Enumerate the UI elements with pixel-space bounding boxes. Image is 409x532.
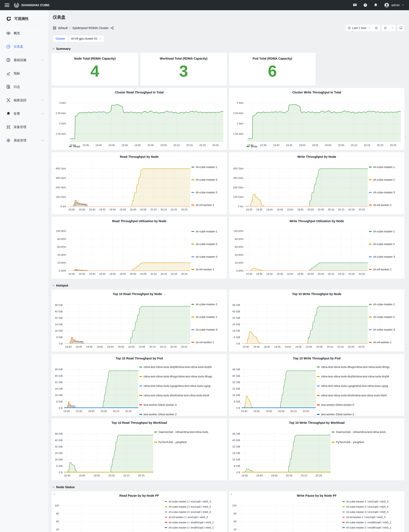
legend-item[interactable]: sh-inf-worker-1 / ens1np0 / mlx5_0 bbox=[342, 516, 385, 519]
legend-item[interactable]: sh-cube-master-3 bbox=[369, 328, 395, 331]
legend-item[interactable]: rdma-test-rdma-tools-cgxqj/rdma-test-rdm… bbox=[317, 384, 388, 388]
sidebar-item-7[interactable]: 告警 bbox=[0, 107, 48, 120]
legend-item[interactable]: test-worker-0/test-worker-0 bbox=[317, 403, 354, 407]
share-icon[interactable] bbox=[110, 26, 114, 30]
legend-item[interactable]: sh-inf-worker-1 bbox=[191, 203, 214, 207]
section-header-hotspot[interactable]: Hotspot bbox=[52, 284, 405, 287]
legend-item[interactable]: sh-inf-worker-1 bbox=[191, 268, 214, 271]
legend-item[interactable]: sh-cube-master-3 bbox=[191, 255, 217, 258]
sidebar-item-9[interactable]: 系统管理 bbox=[0, 134, 48, 147]
menu-hamburger-icon[interactable] bbox=[5, 3, 9, 7]
legend-item[interactable]: sh-cube-master-2 bbox=[369, 315, 395, 319]
legend: DaemonSet - rdma/rdma-test-rdma-toolsPyT… bbox=[332, 426, 402, 480]
legend-item[interactable]: rdma-test-rdma-tools-cgxqj/rdma-test-rdm… bbox=[139, 384, 210, 388]
sidebar-item-2[interactable]: 仪表盘 bbox=[0, 40, 48, 53]
legend-item[interactable]: sh-inf-worker-1 bbox=[369, 341, 391, 344]
time-range-picker[interactable]: Last 1 hour bbox=[345, 25, 380, 31]
legend-swatch bbox=[369, 269, 372, 270]
panel-info-icon[interactable]: i bbox=[54, 493, 55, 496]
legend-item[interactable]: PyTorchJob - yang/test bbox=[332, 440, 364, 444]
x-axis-tick-label: 19:45 bbox=[109, 144, 115, 147]
sidebar-item-4[interactable]: 指标 bbox=[0, 67, 48, 80]
legend-item[interactable]: rdma-test-rdma-tools-6rq56/rdma-test-rdm… bbox=[317, 375, 389, 378]
legend-item[interactable]: test-worker-2/test-worker-2 bbox=[317, 413, 354, 416]
legend-item[interactable]: sh-cube-master-2 / ens841np0 / mlx5_1 bbox=[342, 526, 391, 529]
legend-label: sh-inf-worker-1 bbox=[196, 268, 214, 271]
legend-item[interactable]: rdma-test-rdma-tools-8hvgc/rdma-test-rdm… bbox=[317, 365, 390, 369]
legend-item[interactable]: rdma-test-rdma-tools-kfzt4/rdma-test-rdm… bbox=[317, 394, 387, 397]
legend-item[interactable]: sh-inf-worker-1 bbox=[369, 203, 391, 207]
x-axis-tick-label: 19:30 bbox=[68, 208, 75, 211]
legend-item[interactable]: Write bbox=[246, 145, 257, 148]
legend-item[interactable]: sh-inf-worker-1 bbox=[369, 268, 391, 271]
panel-body: 0.00%20.00%40.00%60.00%80.00%100.00%19:3… bbox=[229, 224, 404, 279]
legend-item[interactable]: Read bbox=[69, 145, 80, 148]
help-icon[interactable]: ? bbox=[363, 3, 367, 7]
x-axis-tick-label: 20:05 bbox=[318, 208, 324, 211]
sidebar-item-6[interactable]: 链路追踪 bbox=[0, 94, 48, 107]
legend: rdma-test-rdma-tools-6rq56/rdma-test-rdm… bbox=[139, 361, 224, 416]
legend-item[interactable]: test-worker-0/test-worker-0 bbox=[139, 403, 177, 407]
legend-item[interactable]: rdma-test-rdma-tools-6rq56/rdma-test-rdm… bbox=[139, 365, 212, 369]
legend-item[interactable]: sh-cube-master-1 bbox=[369, 165, 395, 169]
legend-item[interactable]: sh-cube-master-1 / ens1np0 / mlx5_0 bbox=[342, 500, 389, 503]
legend-item[interactable]: sh-cube-master-3 bbox=[191, 328, 217, 331]
sidebar-item-3[interactable]: 基础设施 bbox=[0, 53, 48, 67]
legend-item[interactable]: rdma-test-rdma-tools-kfzt4/rdma-test-rdm… bbox=[139, 394, 209, 397]
sidebar-item-1[interactable]: 概览 bbox=[0, 27, 48, 40]
panel-info-icon[interactable]: i bbox=[231, 493, 232, 496]
section-header-summary[interactable]: Summary bbox=[52, 47, 405, 50]
legend-swatch bbox=[191, 179, 194, 180]
legend-item[interactable]: sh-cube-master-2 bbox=[369, 178, 395, 181]
legend-item[interactable]: sh-cube-master-2 bbox=[191, 178, 217, 181]
breadcrumb-dashboard-name[interactable]: Spiderpool RDMA Cluster bbox=[72, 26, 109, 30]
legend-item[interactable]: sh-cube-master-3 bbox=[191, 191, 217, 194]
x-axis-tick-label: 20:15 bbox=[338, 208, 345, 211]
legend-item[interactable]: sh-cube-master-1 / ens841np0 / mlx5_1 bbox=[165, 521, 214, 524]
cluster-select[interactable]: sh-inf-gpu-cluster-01 bbox=[69, 35, 104, 42]
legend-item[interactable]: DaemonSet - rdma/rdma-test-rdma-tools bbox=[154, 430, 208, 434]
zoom-out-icon[interactable] bbox=[375, 26, 378, 29]
legend-item[interactable]: sh-cube-master-3 / ens1np0 / mlx5_0 bbox=[165, 511, 211, 513]
sidebar: 可观测性 概览仪表盘基础设施指标日志链路追踪告警采集管理系统管理 bbox=[0, 10, 48, 532]
legend-item[interactable]: sh-cube-master-2 bbox=[191, 303, 217, 306]
legend-item[interactable]: sh-inf-worker-1 bbox=[191, 341, 214, 344]
legend-item[interactable]: sh-cube-master-1 / ens1np0 / mlx5_0 bbox=[165, 500, 211, 503]
time-range-label: Last 1 hour bbox=[352, 26, 367, 30]
legend-item[interactable]: sh-cube-master-1 bbox=[191, 230, 217, 233]
feedback-icon[interactable] bbox=[353, 3, 357, 7]
panel-title-chevron-icon[interactable] bbox=[163, 293, 166, 295]
legend: sh-cube-master-1 / ens1np0 / mlx5_0sh-cu… bbox=[165, 498, 224, 532]
sidebar-collect-icon bbox=[6, 125, 11, 129]
legend-item[interactable]: rdma-test-rdma-tools-8hvgc/rdma-test-rdm… bbox=[139, 375, 212, 378]
legend-item[interactable]: sh-inf-worker-1 / ens1np0 / mlx5_0 bbox=[165, 516, 208, 519]
legend-item[interactable]: sh-cube-master-1 bbox=[191, 165, 217, 169]
legend-item[interactable]: PyTorchJob - yang/test bbox=[154, 440, 187, 444]
sidebar-item-8[interactable]: 采集管理 bbox=[0, 120, 48, 134]
legend-item[interactable]: test-worker-2/test-worker-2 bbox=[139, 413, 177, 416]
legend-item[interactable]: sh-cube-master-3 / ens841np0 / mlx5_1 bbox=[342, 531, 391, 532]
notifications-bell-icon[interactable] bbox=[374, 3, 378, 7]
legend-item[interactable]: sh-cube-master-1 / ens841np0 / mlx5_1 bbox=[342, 521, 391, 524]
tv-mode-button[interactable] bbox=[397, 25, 405, 31]
legend-item[interactable]: sh-cube-master-1 bbox=[369, 230, 395, 233]
legend-item[interactable]: sh-cube-master-2 / ens841np0 / mlx5_1 bbox=[165, 526, 214, 529]
legend-item[interactable]: sh-cube-master-3 / ens1np0 / mlx5_0 bbox=[342, 511, 389, 513]
legend-item[interactable]: sh-cube-master-1 bbox=[191, 315, 217, 319]
legend-item[interactable]: sh-cube-master-1 bbox=[369, 303, 395, 306]
legend-item[interactable]: sh-cube-master-2 / ens1np0 / mlx5_0 bbox=[165, 505, 211, 508]
refresh-button[interactable] bbox=[382, 25, 396, 31]
user-menu[interactable]: admin bbox=[384, 2, 404, 8]
legend-item[interactable]: sh-cube-master-3 / ens841np0 / mlx5_1 bbox=[165, 531, 214, 532]
legend-item[interactable]: sh-cube-master-3 bbox=[369, 255, 395, 258]
legend-item[interactable]: sh-cube-master-2 bbox=[369, 242, 395, 246]
legend-item[interactable]: sh-cube-master-3 bbox=[369, 191, 395, 194]
legend-item[interactable]: sh-cube-master-2 bbox=[191, 242, 217, 246]
breadcrumb-folder[interactable]: default bbox=[58, 26, 68, 30]
panel-top_write_node: Top 10 Write Throughput by Node0 B8 GiB1… bbox=[229, 289, 405, 352]
section-header-node-status[interactable]: Node Status bbox=[52, 485, 405, 489]
sidebar-item-5[interactable]: 日志 bbox=[0, 80, 48, 94]
legend-item[interactable]: sh-cube-master-2 / ens1np0 / mlx5_0 bbox=[342, 505, 389, 508]
legend-swatch bbox=[342, 501, 345, 502]
legend-item[interactable]: DaemonSet - rdma/rdma-test-rdma-tools bbox=[332, 430, 386, 434]
